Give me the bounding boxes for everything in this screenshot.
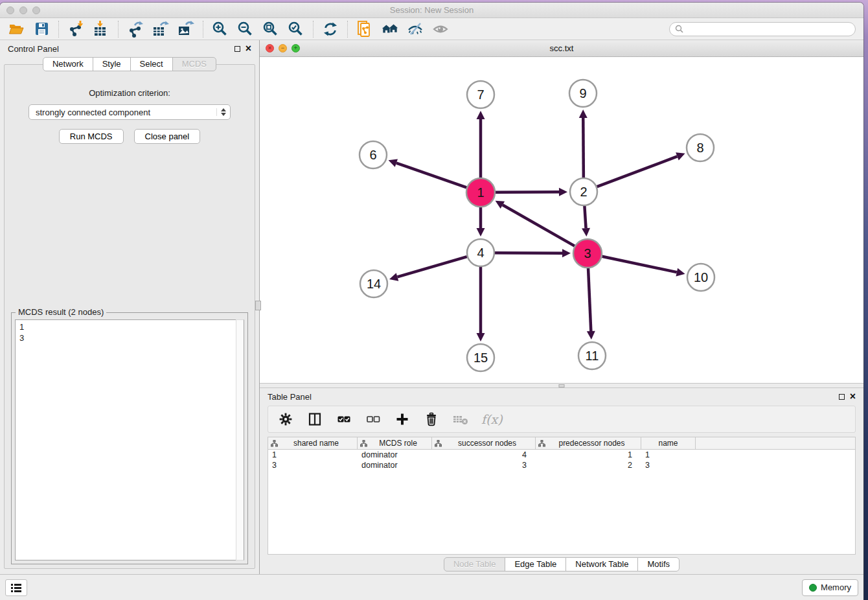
column-header-predecessor-nodes[interactable]: predecessor nodes (536, 437, 641, 449)
panel-divider-grip[interactable] (255, 301, 261, 310)
window-close-button[interactable] (6, 6, 14, 14)
import-table-icon (93, 21, 109, 38)
table-row[interactable]: 3dominator323 (268, 460, 855, 470)
horizontal-divider[interactable] (260, 383, 863, 388)
table-cell-name: 1 (641, 450, 696, 459)
task-history-button[interactable] (5, 579, 27, 596)
window-title: Session: New Session (0, 5, 863, 15)
eye-slash-icon (407, 21, 424, 38)
column-header-mcds-role[interactable]: MCDS role (358, 437, 432, 449)
graph-node-label-11: 11 (586, 349, 599, 363)
mcds-tab-content: Optimization criterion: strongly connect… (4, 64, 255, 569)
window-minimize-button[interactable] (19, 6, 27, 14)
deselect-all-rows-button[interactable] (365, 411, 382, 428)
float-panel-icon[interactable] (234, 46, 240, 52)
network-close-button[interactable]: × (266, 44, 274, 52)
graph-edge-4-14[interactable] (397, 257, 466, 277)
delete-columns-button[interactable] (423, 411, 440, 428)
run-mcds-button[interactable]: Run MCDS (59, 129, 124, 144)
column-header-name[interactable]: name (641, 437, 696, 449)
graph-edge-2-3[interactable] (584, 206, 586, 228)
delete-table-button[interactable] (452, 411, 469, 428)
import-network-button[interactable] (67, 21, 84, 38)
zoom-selected-button[interactable] (288, 21, 304, 38)
zoom-out-button[interactable] (237, 21, 254, 38)
table-header-row: shared nameMCDS rolesuccessor nodesprede… (268, 437, 855, 450)
export-table-button[interactable] (152, 21, 169, 38)
toolbar-separator (58, 21, 59, 38)
close-table-panel-icon[interactable]: × (850, 393, 856, 400)
function-builder-button[interactable]: f(x) (481, 412, 503, 426)
search-input[interactable] (687, 25, 850, 34)
network-minimize-button[interactable]: − (279, 44, 287, 52)
horizontal-divider-grip[interactable] (559, 384, 565, 387)
export-table-icon (152, 21, 169, 38)
show-all-button[interactable] (432, 21, 449, 38)
new-network-from-selection-button[interactable] (356, 21, 373, 38)
gear-icon (279, 412, 293, 426)
hide-selected-button[interactable] (407, 21, 424, 38)
apply-layout-button[interactable] (322, 21, 339, 38)
table-row[interactable]: 1dominator411 (268, 450, 855, 460)
window-zoom-button[interactable] (32, 6, 40, 14)
table-tab-edge-table[interactable]: Edge Table (505, 557, 566, 571)
close-panel-button[interactable]: Close panel (134, 129, 201, 144)
add-column-button[interactable] (394, 411, 411, 428)
export-network-button[interactable] (127, 21, 144, 38)
open-session-button[interactable] (8, 21, 25, 38)
memory-button[interactable]: Memory (802, 579, 858, 596)
criterion-select[interactable]: strongly connected component (29, 104, 231, 120)
table-tab-network-table[interactable]: Network Table (565, 557, 638, 571)
import-table-button[interactable] (93, 21, 109, 38)
export-image-icon (177, 21, 194, 38)
graph-edge-2-9[interactable] (583, 118, 584, 178)
zoom-in-button[interactable] (212, 21, 229, 38)
table-tab-motifs[interactable]: Motifs (637, 557, 680, 571)
tab-mcds[interactable]: MCDS (172, 57, 216, 71)
result-scrollbar[interactable] (236, 319, 244, 560)
first-neighbors-button[interactable] (382, 21, 398, 38)
table-tabs-bar: Node TableEdge TableNetwork TableMotifs (260, 555, 863, 574)
graph-edge-2-8[interactable] (597, 156, 678, 187)
graph-node-label-8: 8 (696, 141, 703, 155)
zoom-fit-icon (262, 21, 279, 38)
home-icon (382, 21, 398, 38)
graph-edge-1-2[interactable] (496, 192, 559, 192)
graph-edge-3-11[interactable] (588, 268, 591, 331)
close-panel-icon[interactable]: × (246, 45, 251, 52)
save-icon (34, 21, 50, 37)
main-area: Control Panel × NetworkStyleSelectMCDS O… (0, 40, 863, 574)
table-body: 1dominator4113dominator323 (268, 450, 855, 470)
graph-edge-3-10[interactable] (602, 257, 677, 272)
show-column-button[interactable] (306, 411, 323, 428)
graph-edge-3-1[interactable] (503, 205, 575, 246)
column-type-icon (435, 440, 442, 447)
table-options-button[interactable] (277, 411, 294, 428)
select-all-rows-button[interactable] (336, 411, 352, 428)
table-tab-node-table[interactable]: Node Table (444, 557, 506, 571)
column-header-shared-name[interactable]: shared name (268, 437, 358, 449)
tab-select[interactable]: Select (130, 57, 173, 71)
mcds-result-text[interactable]: 1 3 (15, 319, 244, 560)
export-image-button[interactable] (177, 21, 194, 38)
search-field[interactable] (669, 22, 856, 36)
table-cell-successor-nodes: 3 (432, 461, 536, 470)
tab-network[interactable]: Network (43, 57, 93, 71)
float-table-panel-icon[interactable] (839, 394, 845, 400)
column-header-successor-nodes[interactable]: successor nodes (432, 437, 536, 449)
save-session-button[interactable] (33, 21, 50, 38)
graph-node-label-3: 3 (584, 246, 591, 260)
window-titlebar: Session: New Session (0, 3, 863, 18)
graph-edge-arrowhead (587, 331, 595, 340)
eye-icon (432, 21, 449, 38)
graph-edge-4-3[interactable] (495, 253, 562, 253)
zoom-in-icon (212, 21, 229, 38)
optimization-criterion-label: Optimization criterion: (5, 88, 255, 98)
zoom-out-icon (237, 21, 254, 38)
network-zoom-button[interactable]: + (291, 44, 300, 52)
tab-style[interactable]: Style (93, 57, 131, 71)
graph-edge-1-6[interactable] (396, 163, 466, 188)
graph-node-label-2: 2 (580, 185, 587, 199)
network-canvas[interactable]: 7968124314101511 (260, 57, 863, 383)
zoom-fit-button[interactable] (262, 21, 279, 38)
